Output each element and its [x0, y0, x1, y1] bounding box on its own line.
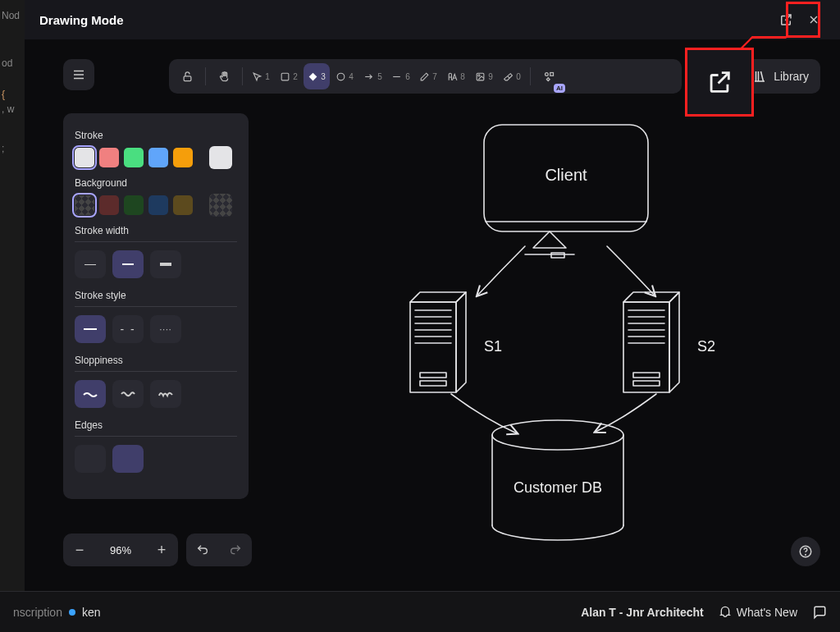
tool-pencil[interactable]: 7	[415, 63, 441, 89]
svg-rect-12	[410, 302, 456, 392]
bg-color-4[interactable]	[148, 195, 168, 215]
svg-rect-10	[551, 253, 564, 258]
svg-text:S2: S2	[697, 338, 715, 355]
stroke-width-label: Stroke width	[75, 225, 237, 236]
svg-point-8	[806, 554, 806, 555]
editor-gutter: Nod od { , w ;	[0, 0, 25, 632]
zoom-value[interactable]: 96%	[96, 544, 145, 556]
status-bar: nscription ken Alan T - Jnr Architecht W…	[0, 591, 840, 632]
tool-arrow[interactable]: 5	[359, 63, 386, 89]
chat-button[interactable]	[812, 605, 827, 620]
sloppiness-cartoonist[interactable]	[150, 380, 181, 408]
stroke-color-1[interactable]	[75, 148, 94, 167]
highlight-popout-large	[685, 48, 754, 117]
stroke-style-dashed[interactable]: - -	[112, 315, 144, 343]
tool-hand[interactable]	[211, 63, 237, 89]
modal-title: Drawing Mode	[39, 13, 124, 27]
svg-rect-13	[420, 373, 446, 378]
whats-new-button[interactable]: What's New	[719, 606, 797, 619]
tool-rectangle[interactable]: 2	[276, 63, 302, 89]
bg-color-5[interactable]	[173, 195, 193, 215]
svg-text:S1: S1	[484, 338, 502, 355]
toolbar: 1 2 3 4 5 6 7 8	[169, 59, 682, 94]
stroke-label: Stroke	[75, 130, 237, 141]
svg-point-2	[337, 73, 345, 80]
zoom-controls: − 96% +	[63, 534, 252, 566]
edges-sharp[interactable]	[75, 445, 106, 473]
bg-color-transparent[interactable]	[75, 195, 94, 215]
tool-ellipse[interactable]: 4	[331, 63, 358, 89]
zoom-out-button[interactable]: −	[63, 534, 96, 566]
stroke-width-med[interactable]	[112, 250, 144, 278]
svg-rect-16	[623, 302, 669, 392]
svg-rect-14	[420, 381, 446, 386]
library-label: Library	[774, 70, 809, 83]
tool-lock[interactable]	[174, 63, 200, 89]
popout-icon[interactable]	[774, 8, 797, 31]
canvas[interactable]: Client S1 S2	[262, 107, 804, 566]
bg-color-3[interactable]	[124, 195, 144, 215]
sloppiness-architect[interactable]	[75, 380, 106, 408]
zoom-in-button[interactable]: +	[145, 534, 178, 566]
current-user: Alan T - Jnr Architecht	[581, 606, 704, 619]
edges-label: Edges	[75, 419, 237, 431]
svg-rect-3	[477, 73, 484, 80]
sloppiness-artist[interactable]	[112, 380, 144, 408]
svg-point-5	[545, 72, 548, 76]
status-dot-icon	[69, 609, 75, 616]
svg-point-20	[492, 420, 623, 450]
drawing-modal: Drawing Mode 1 2	[25, 0, 840, 591]
stroke-style-solid[interactable]	[75, 315, 106, 343]
svg-text:Client: Client	[545, 166, 587, 184]
svg-point-4	[478, 74, 480, 76]
stroke-color-4[interactable]	[148, 148, 168, 167]
sloppiness-label: Sloppiness	[75, 355, 237, 366]
stroke-color-5[interactable]	[173, 148, 193, 167]
redo-button[interactable]	[219, 534, 252, 566]
svg-rect-17	[633, 373, 660, 378]
svg-rect-6	[550, 72, 553, 76]
bg-color-current[interactable]	[209, 194, 232, 217]
stroke-width-thick[interactable]	[150, 250, 181, 278]
edges-round[interactable]	[112, 445, 144, 473]
tool-eraser[interactable]: 0	[499, 63, 525, 89]
svg-text:Customer DB: Customer DB	[514, 479, 602, 496]
tool-shapes-ai[interactable]: AI	[536, 63, 562, 89]
menu-button[interactable]	[63, 59, 94, 90]
tool-diamond[interactable]: 3	[304, 63, 330, 89]
modal-header: Drawing Mode	[25, 0, 840, 39]
tool-pointer[interactable]: 1	[248, 63, 274, 89]
stroke-color-current[interactable]	[209, 146, 232, 169]
stroke-style-label: Stroke style	[75, 290, 237, 301]
svg-rect-1	[281, 73, 289, 80]
tool-line[interactable]: 6	[387, 63, 413, 89]
tool-image[interactable]: 9	[471, 63, 497, 89]
background-label: Background	[75, 177, 237, 189]
close-icon[interactable]	[802, 8, 825, 31]
stroke-width-thin[interactable]	[75, 250, 106, 278]
status-prefix: nscription	[13, 606, 62, 619]
tool-text[interactable]: 8	[443, 63, 469, 89]
undo-button[interactable]	[186, 534, 219, 566]
stroke-color-2[interactable]	[99, 148, 119, 167]
status-name: ken	[82, 606, 101, 619]
svg-rect-18	[633, 381, 660, 386]
style-panel: Stroke Background Stroke width	[63, 113, 249, 499]
bg-color-2[interactable]	[99, 195, 119, 215]
stroke-color-3[interactable]	[124, 148, 144, 167]
stroke-style-dotted[interactable]: ····	[150, 315, 181, 343]
svg-rect-0	[184, 76, 191, 80]
